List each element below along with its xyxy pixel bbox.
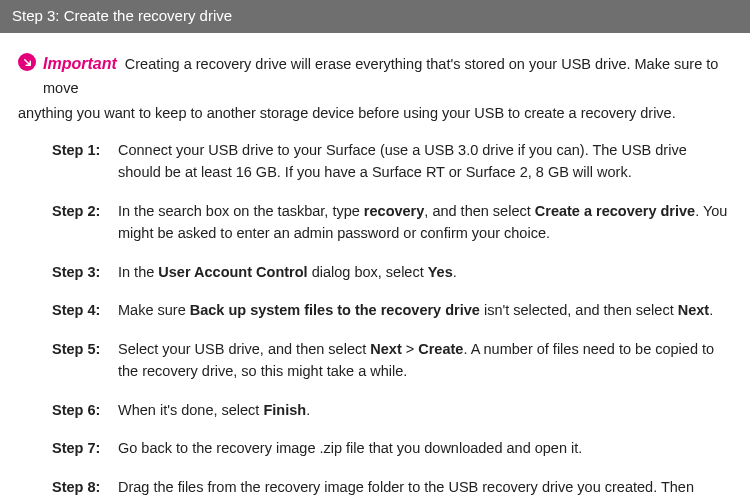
text-run: When it's done, select [118, 402, 263, 418]
content-area: Important Creating a recovery drive will… [0, 33, 750, 501]
step-row: Step 5:Select your USB drive, and then s… [52, 338, 732, 383]
text-run: . [453, 264, 457, 280]
step-text: In the search box on the taskbar, type r… [118, 200, 732, 245]
text-run: Go back to the recovery image .zip file … [118, 440, 582, 456]
step-label: Step 6: [52, 399, 118, 421]
step-row: Step 1:Connect your USB drive to your Su… [52, 139, 732, 184]
text-run: dialog box, select [308, 264, 428, 280]
section-title: Step 3: Create the recovery drive [12, 7, 232, 24]
steps-list: Step 1:Connect your USB drive to your Su… [18, 139, 732, 501]
step-row: Step 4:Make sure Back up system files to… [52, 299, 732, 321]
important-text-line2: anything you want to keep to another sto… [18, 102, 732, 125]
step-text: In the User Account Control dialog box, … [118, 261, 732, 283]
text-run: . [709, 302, 713, 318]
bold-term: recovery [364, 203, 424, 219]
text-run: In the [118, 264, 158, 280]
step-label: Step 3: [52, 261, 118, 283]
text-run: > [402, 341, 419, 357]
step-text: Make sure Back up system files to the re… [118, 299, 732, 321]
text-run: isn't selected, and then select [480, 302, 678, 318]
step-text: Select your USB drive, and then select N… [118, 338, 732, 383]
step-row: Step 6:When it's done, select Finish. [52, 399, 732, 421]
important-text-line1: Creating a recovery drive will erase eve… [43, 56, 718, 96]
bold-term: Create [418, 341, 463, 357]
text-run: Connect your USB drive to your Surface (… [118, 142, 687, 180]
step-label: Step 7: [52, 437, 118, 459]
text-run: Drag the files from the recovery image f… [118, 479, 694, 501]
step-row: Step 2:In the search box on the taskbar,… [52, 200, 732, 245]
step-label: Step 4: [52, 299, 118, 321]
step-text: Connect your USB drive to your Surface (… [118, 139, 732, 184]
step-row: Step 8:Drag the files from the recovery … [52, 476, 732, 501]
step-label: Step 2: [52, 200, 118, 222]
bold-term: Next [370, 341, 401, 357]
step-label: Step 8: [52, 476, 118, 498]
step-row: Step 7:Go back to the recovery image .zi… [52, 437, 732, 459]
step-row: Step 3:In the User Account Control dialo… [52, 261, 732, 283]
bold-term: Next [678, 302, 709, 318]
step-label: Step 5: [52, 338, 118, 360]
section-header: Step 3: Create the recovery drive [0, 0, 750, 33]
step-text: When it's done, select Finish. [118, 399, 732, 421]
text-run: , and then select [424, 203, 534, 219]
bold-term: Create a recovery drive [535, 203, 695, 219]
bold-term: Yes [428, 264, 453, 280]
text-run: Select your USB drive, and then select [118, 341, 370, 357]
step-text: Drag the files from the recovery image f… [118, 476, 732, 501]
step-label: Step 1: [52, 139, 118, 161]
arrow-down-right-icon [18, 53, 36, 71]
important-callout: Important Creating a recovery drive will… [18, 51, 732, 125]
step-text: Go back to the recovery image .zip file … [118, 437, 732, 459]
bold-term: Back up system files to the recovery dri… [190, 302, 480, 318]
bold-term: Finish [263, 402, 306, 418]
bold-term: User Account Control [158, 264, 307, 280]
text-run: In the search box on the taskbar, type [118, 203, 364, 219]
important-label: Important [43, 55, 117, 72]
text-run: Make sure [118, 302, 190, 318]
text-run: . [306, 402, 310, 418]
